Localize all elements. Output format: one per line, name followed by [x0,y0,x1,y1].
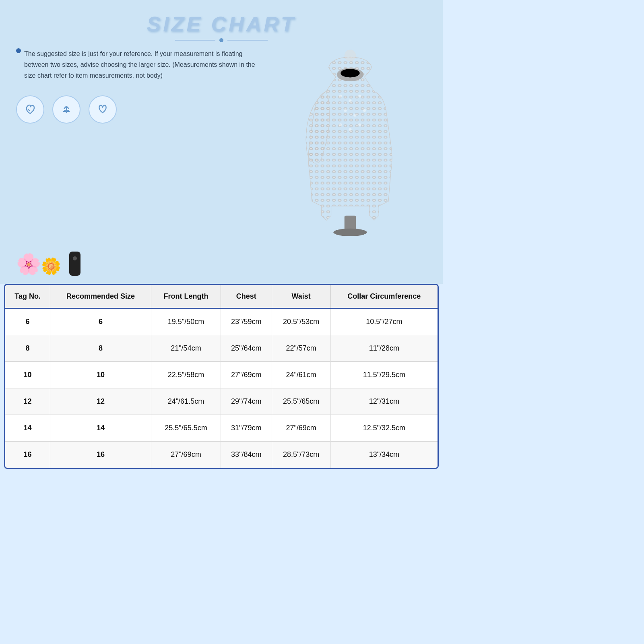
svg-point-12 [349,99,351,102]
col-collar: Collar Circumference [330,285,438,308]
cell-2: 24"/61.5cm [151,388,221,415]
cell-3: 31"/79cm [221,415,272,442]
cell-2: 21"/54cm [151,335,221,362]
cell-1: 8 [50,335,151,362]
cell-0: 16 [5,442,50,468]
svg-point-15 [353,114,356,117]
svg-point-10 [341,69,360,77]
page-title: SIZE CHART [16,12,427,36]
cell-4: 25.5"/65cm [272,388,330,415]
svg-point-18 [349,128,351,131]
cell-3: 25"/64cm [221,335,272,362]
title-decoration [16,38,427,42]
flower2-icon: 🌼 [41,257,61,276]
cell-1: 6 [50,308,151,335]
cell-5: 10.5"/27cm [330,308,438,335]
table-row: 6619.5"/50cm23"/59cm20.5"/53cm10.5"/27cm [5,308,438,335]
col-chest: Chest [221,285,272,308]
cell-4: 24"/61cm [272,362,330,388]
size-chart-table: Tag No. Recommended Size Front Length Ch… [4,284,439,469]
svg-point-11 [339,95,342,97]
cell-0: 14 [5,415,50,442]
cell-2: 19.5"/50cm [151,308,221,335]
bullet-icon [16,48,21,53]
soft-icon [16,95,44,124]
svg-point-20 [345,50,356,62]
flower1-icon: 🌸 [16,252,41,276]
cell-2: 27"/69cm [151,442,221,468]
table-row: 161627"/69cm33"/84cm28.5"/73cm13"/34cm [5,442,438,468]
svg-point-19 [358,123,361,126]
svg-point-14 [344,109,347,112]
svg-point-17 [339,123,342,126]
table-row: 121224"/61.5cm29"/74cm25.5"/65cm12"/31cm [5,388,438,415]
table-header-row: Tag No. Recommended Size Front Length Ch… [5,285,438,308]
feature-icons [16,95,258,124]
cell-2: 22.5"/58cm [151,362,221,388]
cell-3: 33"/84cm [221,442,272,468]
breathable-icon [52,95,80,124]
svg-rect-7 [345,216,356,230]
cell-5: 13"/34cm [330,442,438,468]
cell-0: 6 [5,308,50,335]
cell-3: 23"/59cm [221,308,272,335]
cell-0: 12 [5,388,50,415]
cell-4: 28.5"/73cm [272,442,330,468]
table-row: 101022.5"/58cm27"/69cm24"/61cm11.5"/29.5… [5,362,438,388]
cell-3: 29"/74cm [221,388,272,415]
cell-5: 11"/28cm [330,335,438,362]
table-row: 8821"/54cm25"/64cm22"/57cm11"/28cm [5,335,438,362]
cell-5: 11.5"/29.5cm [330,362,438,388]
cell-2: 25.5"/65.5cm [151,415,221,442]
table-row: 141425.5"/65.5cm31"/79cm27"/69cm12.5"/32… [5,415,438,442]
decorative-area: 🌸 🌼 [0,248,443,284]
svg-point-8 [333,229,367,236]
cell-4: 22"/57cm [272,335,330,362]
cell-3: 27"/69cm [221,362,272,388]
remote-icon [69,252,80,276]
cell-1: 10 [50,362,151,388]
cell-0: 8 [5,335,50,362]
svg-point-16 [363,109,366,112]
cell-1: 16 [50,442,151,468]
cell-5: 12"/31cm [330,388,438,415]
cell-5: 12.5"/32.5cm [330,415,438,442]
svg-point-13 [358,95,361,97]
col-tag-no: Tag No. [5,285,50,308]
col-waist: Waist [272,285,330,308]
note-text: The suggested size is just for your refe… [24,48,258,81]
cell-1: 12 [50,388,151,415]
cell-4: 27"/69cm [272,415,330,442]
cell-0: 10 [5,362,50,388]
mannequin-image [274,48,427,239]
cell-4: 20.5"/53cm [272,308,330,335]
col-front-length: Front Length [151,285,221,308]
comfort-icon [89,95,117,124]
col-recommended-size: Recommended Size [50,285,151,308]
cell-1: 14 [50,415,151,442]
